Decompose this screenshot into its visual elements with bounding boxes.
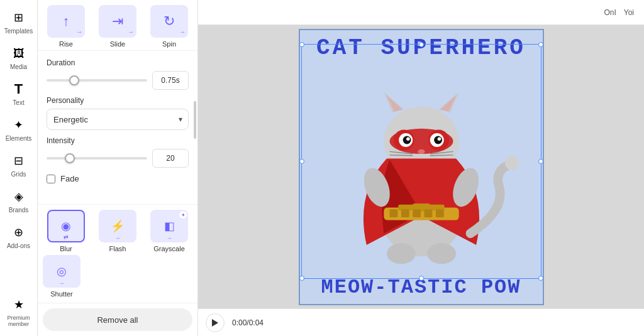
shutter-icon-box: ◎ → (43, 255, 80, 288)
anim-slide[interactable]: ⇥ → Slide (94, 5, 141, 48)
anim-flash[interactable]: ⚡ → Flash (94, 210, 141, 252)
anim-spin[interactable]: ↻ → Spin (146, 5, 192, 48)
grayscale-label: Grayscale (153, 245, 185, 252)
sidebar-item-elements[interactable]: ✦ Elements (3, 112, 35, 146)
shutter-row: ◎ → Shutter (38, 255, 197, 303)
canvas-subtitle: MEOW-TASTIC POW (300, 271, 543, 304)
remove-all-button[interactable]: Remove all (43, 308, 192, 331)
intensity-slider-row: 20 (47, 149, 189, 168)
bottom-section: Remove all (38, 303, 197, 336)
sidebar-item-templates[interactable]: ⊞ Templates (3, 5, 35, 38)
anim-grayscale[interactable]: ◧ → ✦ Grayscale (146, 210, 192, 252)
grayscale-icon-box: ◧ → ✦ (150, 210, 188, 242)
canvas-header: OnI Yoi (198, 0, 644, 25)
svg-rect-23 (389, 209, 397, 217)
sidebar-label-premium: Premiummember (7, 315, 30, 327)
rise-icon: ↑ → (47, 5, 85, 38)
grids-icon: ⊟ (10, 152, 28, 170)
sidebar-item-premium[interactable]: ★ Premiummember (3, 292, 35, 331)
svg-rect-25 (413, 209, 421, 217)
timeline-bar: 0:00/0:04 (198, 308, 644, 336)
rise-label: Rise (59, 40, 73, 48)
premium-icon: ★ (10, 296, 28, 313)
canvas-area: OnI Yoi CAT SUPERHERO (198, 0, 644, 336)
time-display: 0:00/0:04 (232, 318, 264, 327)
blur-label: Blur (60, 245, 72, 252)
blur-icon-box: ◉ ⇄ (47, 210, 85, 242)
personality-select[interactable]: Energetic Smooth Bouncy Slow (47, 109, 189, 130)
sidebar-item-text[interactable]: T Text (3, 77, 35, 110)
sidebar: ⊞ Templates 🖼 Media T Text ✦ Elements ⊟ … (0, 0, 38, 336)
intensity-slider[interactable] (47, 157, 147, 160)
canvas-main[interactable]: CAT SUPERHERO (198, 25, 644, 308)
duration-slider[interactable] (47, 79, 147, 82)
header-text-oni: OnI (604, 8, 616, 17)
personality-control: Personality Energetic Smooth Bouncy Slow… (47, 96, 189, 130)
brands-icon: ◈ (10, 188, 28, 205)
animation-row-bottom: ◉ ⇄ Blur ⚡ → Flash ◧ → ✦ Grayscale (38, 204, 197, 255)
play-button[interactable] (206, 313, 225, 332)
text-icon: T (10, 80, 28, 98)
svg-point-32 (505, 156, 519, 170)
animation-row-top: ↑ → Rise ⇥ → Slide ↻ → Spin (38, 0, 197, 51)
header-text-yoi: Yoi (624, 8, 634, 17)
duration-label: Duration (47, 58, 189, 67)
svg-point-13 (406, 137, 410, 141)
slide-icon: ⇥ → (99, 5, 136, 38)
fade-checkbox[interactable] (47, 175, 55, 183)
anim-rise[interactable]: ↑ → Rise (43, 5, 89, 48)
controls-section: Duration 0.75s Personality Energetic Smo… (38, 51, 197, 204)
media-icon: 🖼 (10, 45, 28, 62)
sidebar-label-text: Text (13, 99, 24, 106)
animation-panel: ↑ → Rise ⇥ → Slide ↻ → Spin Duration (38, 0, 198, 336)
spin-icon: ↻ → (150, 5, 188, 38)
svg-point-15 (418, 149, 425, 153)
svg-rect-24 (401, 209, 409, 217)
sidebar-item-addons[interactable]: ⊕ Add-ons (3, 220, 35, 253)
sidebar-label-templates: Templates (4, 28, 33, 35)
slide-label: Slide (110, 40, 125, 48)
flash-icon-box: ⚡ → (99, 210, 136, 242)
sidebar-label-elements: Elements (6, 135, 32, 142)
duration-slider-row: 0.75s (47, 71, 189, 90)
flash-label: Flash (109, 245, 126, 252)
personality-select-wrap: Energetic Smooth Bouncy Slow ▾ (47, 109, 189, 130)
addons-icon: ⊕ (10, 224, 28, 241)
fade-label[interactable]: Fade (60, 174, 79, 183)
intensity-control: Intensity 20 (47, 136, 189, 168)
cat-illustration (300, 49, 543, 268)
fade-row: Fade (47, 174, 189, 183)
duration-value[interactable]: 0.75s (152, 71, 189, 90)
intensity-label: Intensity (47, 136, 189, 145)
svg-point-29 (427, 243, 456, 264)
svg-point-14 (437, 137, 441, 141)
spin-label: Spin (162, 40, 176, 48)
personality-label: Personality (47, 96, 189, 105)
svg-point-28 (386, 243, 415, 264)
sidebar-label-addons: Add-ons (7, 242, 30, 249)
design-canvas[interactable]: CAT SUPERHERO (299, 29, 544, 305)
anim-blur[interactable]: ◉ ⇄ Blur (43, 210, 89, 252)
svg-rect-26 (424, 209, 432, 217)
sidebar-label-brands: Brands (9, 207, 29, 214)
intensity-value[interactable]: 20 (152, 149, 189, 168)
templates-icon: ⊞ (10, 9, 28, 26)
sidebar-item-grids[interactable]: ⊟ Grids (3, 148, 35, 182)
svg-rect-27 (435, 209, 443, 217)
svg-line-17 (389, 154, 413, 155)
sidebar-label-grids: Grids (11, 171, 26, 178)
panel-scrollbar[interactable] (194, 101, 196, 139)
elements-icon: ✦ (10, 116, 28, 134)
svg-line-19 (430, 154, 453, 155)
duration-control: Duration 0.75s (47, 58, 189, 90)
anim-shutter[interactable]: ◎ → Shutter (43, 255, 80, 298)
play-icon (212, 319, 218, 327)
shutter-label: Shutter (50, 290, 72, 298)
sidebar-label-media: Media (10, 63, 27, 70)
sidebar-item-media[interactable]: 🖼 Media (3, 41, 35, 74)
svg-marker-33 (212, 319, 218, 327)
sidebar-item-brands[interactable]: ◈ Brands (3, 184, 35, 217)
